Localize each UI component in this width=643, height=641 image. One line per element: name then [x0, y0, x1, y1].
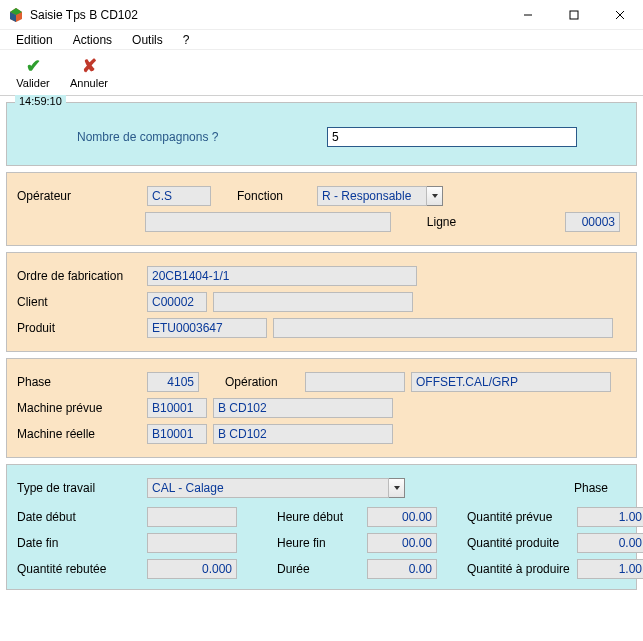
qte-rebutee-label: Quantité rebutée	[17, 562, 147, 576]
operation-label: Opération	[225, 375, 305, 389]
duree-label: Durée	[277, 562, 367, 576]
machine-prevue-label: Machine prévue	[17, 401, 147, 415]
machine-reelle-code: B10001	[147, 424, 207, 444]
qte-produite-value: 0.00	[577, 533, 643, 553]
qte-produite-label: Quantité produite	[467, 536, 577, 550]
cancel-label: Annuler	[70, 77, 108, 89]
close-button[interactable]	[597, 0, 643, 30]
cancel-button[interactable]: ✘ Annuler	[62, 52, 116, 94]
qte-prevue-value: 1.00	[577, 507, 643, 527]
titlebar: Saisie Tps B CD102	[0, 0, 643, 30]
line-value: 00003	[565, 212, 620, 232]
phase-panel: Phase 4105 Opération OFFSET.CAL/GRP Mach…	[6, 358, 637, 458]
date-debut-value[interactable]	[147, 507, 237, 527]
menubar: Edition Actions Outils ?	[0, 30, 643, 50]
menu-help[interactable]: ?	[173, 31, 200, 49]
heure-fin-value[interactable]: 00.00	[367, 533, 437, 553]
menu-edition[interactable]: Edition	[6, 31, 63, 49]
machine-prevue-code: B10001	[147, 398, 207, 418]
operation-desc: OFFSET.CAL/GRP	[411, 372, 611, 392]
client-desc	[213, 292, 413, 312]
window-title: Saisie Tps B CD102	[30, 8, 505, 22]
client-value: C00002	[147, 292, 207, 312]
prompt-time: 14:59:10	[15, 95, 66, 107]
type-travail-label: Type de travail	[17, 481, 147, 495]
heure-debut-label: Heure début	[277, 510, 367, 524]
operator-panel: Opérateur C.S Fonction R - Responsable L…	[6, 172, 637, 246]
type-travail-value: CAL - Calage	[147, 478, 389, 498]
produit-label: Produit	[17, 321, 147, 335]
validate-label: Valider	[16, 77, 49, 89]
fonction-dropdown[interactable]: R - Responsable	[317, 186, 443, 206]
operator-label: Opérateur	[17, 189, 147, 203]
date-fin-value[interactable]	[147, 533, 237, 553]
duree-value: 0.00	[367, 559, 437, 579]
cross-icon: ✘	[82, 57, 97, 77]
minimize-button[interactable]	[505, 0, 551, 30]
menu-actions[interactable]: Actions	[63, 31, 122, 49]
order-panel: Ordre de fabrication 20CB1404-1/1 Client…	[6, 252, 637, 352]
fonction-label: Fonction	[237, 189, 317, 203]
check-icon: ✔	[26, 57, 41, 77]
produit-value: ETU0003647	[147, 318, 267, 338]
heure-debut-value[interactable]: 00.00	[367, 507, 437, 527]
phase-value: 4105	[147, 372, 199, 392]
type-travail-dropdown[interactable]: CAL - Calage	[147, 478, 405, 498]
window-controls	[505, 0, 643, 30]
of-value: 20CB1404-1/1	[147, 266, 417, 286]
toolbar: ✔ Valider ✘ Annuler	[0, 50, 643, 96]
date-debut-label: Date début	[17, 510, 147, 524]
app-icon	[8, 7, 24, 23]
prompt-panel: 14:59:10 Nombre de compagnons ?	[6, 102, 637, 166]
heure-fin-label: Heure fin	[277, 536, 367, 550]
fonction-value: R - Responsable	[317, 186, 427, 206]
machine-prevue-name: B CD102	[213, 398, 393, 418]
chevron-down-icon	[427, 186, 443, 206]
operator-code: C.S	[147, 186, 211, 206]
phase-header: Phase	[556, 481, 626, 495]
of-label: Ordre de fabrication	[17, 269, 147, 283]
date-fin-label: Date fin	[17, 536, 147, 550]
machine-reelle-name: B CD102	[213, 424, 393, 444]
companions-input[interactable]	[327, 127, 577, 147]
svg-rect-1	[570, 11, 578, 19]
line-label: Ligne	[427, 215, 506, 229]
qte-a-produire-label: Quantité à produire	[467, 562, 577, 576]
menu-outils[interactable]: Outils	[122, 31, 173, 49]
produit-desc	[273, 318, 613, 338]
qte-prevue-label: Quantité prévue	[467, 510, 577, 524]
validate-button[interactable]: ✔ Valider	[6, 52, 60, 94]
qte-a-produire-value: 1.00	[577, 559, 643, 579]
qte-rebutee-value[interactable]: 0.000	[147, 559, 237, 579]
client-label: Client	[17, 295, 147, 309]
work-panel: Type de travail CAL - Calage Phase Date …	[6, 464, 637, 590]
machine-reelle-label: Machine réelle	[17, 427, 147, 441]
chevron-down-icon	[389, 478, 405, 498]
prompt-label: Nombre de compagnons ?	[77, 130, 327, 144]
operator-desc	[145, 212, 391, 232]
maximize-button[interactable]	[551, 0, 597, 30]
phase-label: Phase	[17, 375, 147, 389]
operation-value	[305, 372, 405, 392]
